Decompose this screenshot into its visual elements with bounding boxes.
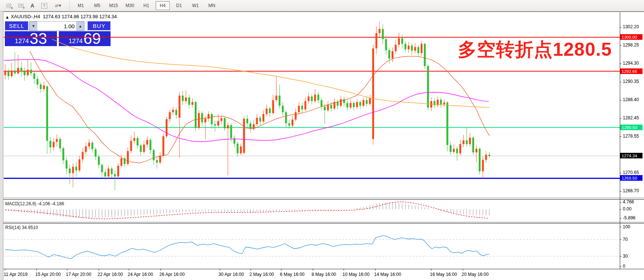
candle-body xyxy=(285,112,287,123)
candle-body xyxy=(53,142,55,147)
candle-body xyxy=(282,106,284,112)
toolbar: E F A T ⇄ ▼ M1M5M15M30H1H4D1W1MN xyxy=(0,0,644,12)
timeframe-button-mn[interactable]: MN xyxy=(205,1,219,10)
pattern-f-tool-button[interactable]: F xyxy=(15,1,26,10)
macd-tick-mark xyxy=(620,209,621,210)
candle-body xyxy=(14,71,16,73)
candle-body xyxy=(43,86,45,89)
candle-body xyxy=(59,139,61,148)
candle-body xyxy=(446,103,448,145)
candle-body xyxy=(369,98,371,104)
price-tick-mark xyxy=(620,136,621,137)
candle-body xyxy=(469,138,471,144)
candle-body xyxy=(249,123,251,129)
price-tick-label: 1298.25 xyxy=(623,42,639,48)
price-flag-1292.66: 1292.66 xyxy=(620,68,643,74)
candle-body xyxy=(179,96,181,118)
candle-body xyxy=(237,144,239,153)
main-chart-plot[interactable] xyxy=(4,12,620,198)
candle-body xyxy=(456,149,458,153)
candle-body xyxy=(188,97,190,105)
date-tick-mark xyxy=(160,269,161,270)
candle-body xyxy=(376,33,377,48)
text-tool-button[interactable]: A xyxy=(27,1,38,10)
macd-tick-mark xyxy=(620,218,621,219)
candle-body xyxy=(327,105,329,110)
candle-body xyxy=(330,105,332,109)
mt4-terminal: E F A T ⇄ ▼ M1M5M15M30H1H4D1W1MN ▲XAUUSD… xyxy=(0,0,644,280)
timeframe-button-m15[interactable]: M15 xyxy=(106,1,121,10)
price-tick-mark xyxy=(620,191,621,192)
price-tick-mark xyxy=(620,64,621,64)
date-tick-mark xyxy=(375,269,376,270)
timeframe-button-m30[interactable]: M30 xyxy=(123,1,137,10)
candle-body xyxy=(317,94,319,100)
candle-body xyxy=(27,70,29,75)
date-axis-label: 30 Apr 16:00 xyxy=(219,272,244,277)
timeframe-button-m5[interactable]: M5 xyxy=(90,1,104,10)
date-axis-label: 16 May 16:00 xyxy=(430,272,457,277)
candle-body xyxy=(172,110,174,112)
hatch-icon xyxy=(6,3,12,8)
candle-body xyxy=(17,68,19,73)
rsi-plot[interactable] xyxy=(4,223,620,269)
cursor-arrows-icon: ⇄ xyxy=(55,3,58,8)
timeframe-button-m1[interactable]: M1 xyxy=(74,1,88,10)
date-tick-mark xyxy=(313,269,313,270)
candle-body xyxy=(356,102,358,107)
candle-body xyxy=(305,101,306,109)
candle-body xyxy=(169,112,171,119)
candle-body xyxy=(82,152,84,160)
candle-body xyxy=(417,47,419,53)
candle-body xyxy=(195,102,197,128)
candle-body xyxy=(453,149,455,152)
candle-body xyxy=(201,113,203,122)
grid-dots-icon xyxy=(18,3,23,8)
textbox-icon: T xyxy=(41,3,47,9)
price-tick-label: 1266.70 xyxy=(623,188,639,193)
tool-sub-label: E xyxy=(11,6,13,10)
cursor-tool-button[interactable]: ⇄ ▼ xyxy=(51,1,66,10)
candle-body xyxy=(117,166,119,177)
candle-body xyxy=(314,94,316,101)
date-axis-label: 22 Apr 16:00 xyxy=(98,272,123,277)
candle-body xyxy=(269,109,271,113)
candle-body xyxy=(440,100,442,104)
candle-body xyxy=(153,150,154,160)
pane-separator[interactable] xyxy=(3,222,644,222)
candle-body xyxy=(92,143,93,149)
date-axis-label: 2 May 16:00 xyxy=(249,272,274,277)
macd-plot[interactable] xyxy=(4,200,620,222)
candle-body xyxy=(278,96,280,106)
candle-body xyxy=(298,106,300,112)
timeframe-button-h1[interactable]: H1 xyxy=(139,1,153,10)
candle-body xyxy=(366,100,368,104)
macd-tick-label: 4.766 xyxy=(623,199,634,205)
candle-body xyxy=(288,123,290,126)
candle-body xyxy=(459,144,461,153)
timeframe-button-w1[interactable]: W1 xyxy=(188,1,203,10)
candle-body xyxy=(75,167,77,170)
candle-body xyxy=(198,113,200,128)
textbox-tool-button[interactable]: T xyxy=(39,1,50,10)
candle-body xyxy=(353,103,355,107)
timeframe-button-h4[interactable]: H4 xyxy=(156,1,170,10)
candle-body xyxy=(347,103,348,107)
pane-separator[interactable] xyxy=(3,198,644,198)
candle-body xyxy=(20,68,22,71)
candle-body xyxy=(307,96,309,101)
date-tick-mark xyxy=(220,269,220,270)
candle-body xyxy=(211,114,213,124)
timeframe-button-d1[interactable]: D1 xyxy=(172,1,186,10)
rsi-tick-label: 70 xyxy=(623,237,628,242)
candle-body xyxy=(340,99,342,106)
price-flag-1300.00: 1300.00 xyxy=(620,34,643,40)
date-tick-mark xyxy=(431,269,431,270)
toolbar-separator xyxy=(69,1,70,10)
date-axis-label: 15 Apr 20:00 xyxy=(35,272,61,277)
candle-body xyxy=(166,119,168,136)
candle-body xyxy=(79,159,80,170)
pattern-e-tool-button[interactable]: E xyxy=(3,1,14,10)
price-tick-mark xyxy=(620,118,621,119)
candle-body xyxy=(121,158,122,166)
